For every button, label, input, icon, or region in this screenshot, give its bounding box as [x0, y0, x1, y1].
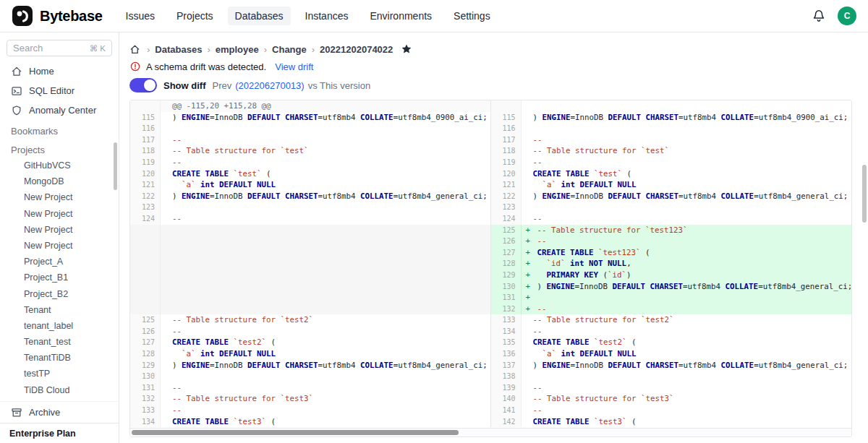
breadcrumb-item[interactable]: Databases: [155, 44, 202, 55]
diff-pad-line: [161, 292, 491, 304]
nav-item-databases[interactable]: Databases: [228, 7, 291, 25]
project-item[interactable]: GitHubVCS: [0, 158, 119, 173]
navbar-right: C: [812, 7, 856, 25]
diff-pad-line: [161, 304, 491, 315]
project-item[interactable]: TenantTiDB: [0, 350, 119, 366]
schema-drift-alert: A schema drift was detected. View drift: [129, 59, 852, 74]
diff-hscrollbar-thumb[interactable]: [132, 430, 459, 435]
diff-grid: @@ -115,20 +115,28 @@115) ENGINE=InnoDB …: [130, 100, 851, 428]
sidebar-item-sql-editor[interactable]: SQL Editor: [0, 81, 119, 100]
diff-line-number: 127: [130, 337, 161, 348]
diff-line-number: 119: [491, 157, 522, 168]
diff-line-number: 118: [491, 145, 522, 157]
avatar[interactable]: C: [838, 7, 856, 25]
project-item[interactable]: Tenant_test: [0, 334, 119, 350]
diff-code-line: CREATE TABLE `test` (: [161, 168, 491, 180]
diff-code-line: --: [161, 213, 491, 225]
sidebar-scrollbar-thumb[interactable]: [114, 142, 117, 190]
diff-line-number: 139: [491, 382, 522, 394]
diff-added-line: +-- Table structure for `test123`: [522, 225, 852, 236]
diff-plus-sign: +: [526, 225, 531, 236]
diff-pad-line: [161, 247, 491, 259]
diff-line-number: 117: [491, 134, 522, 146]
diff-line-number: 117: [130, 134, 161, 146]
breadcrumb-item[interactable]: employee: [216, 44, 259, 55]
diff-line-number: 115: [491, 112, 522, 124]
project-item[interactable]: New Project: [0, 189, 119, 205]
diff-code-line: `a` int DEFAULT NULL: [161, 179, 491, 191]
project-item[interactable]: TiDB Cloud: [0, 382, 119, 398]
project-item[interactable]: tenant_label: [0, 318, 119, 334]
diff-code-line: --: [522, 405, 852, 416]
diff-added-line: +: [522, 292, 852, 304]
bell-icon[interactable]: [812, 9, 826, 23]
breadcrumb-item[interactable]: 20221202074022: [320, 44, 393, 55]
diff-plus-sign: +: [526, 236, 531, 247]
diff-line-number: 131: [130, 382, 161, 394]
diff-line-number: 124: [491, 213, 522, 225]
diff-code-line: ) ENGINE=InnoDB DEFAULT CHARSET=utf8mb4 …: [161, 112, 491, 124]
diff-line-number: 123: [130, 202, 161, 213]
diff-line-number: 128: [491, 258, 522, 270]
sidebar-item-home[interactable]: Home: [0, 61, 119, 81]
star-icon[interactable]: [401, 43, 412, 55]
sidebar-section-bookmarks: Bookmarks: [0, 120, 119, 139]
diff-line-number: 130: [491, 281, 522, 293]
diff-code-line: ) ENGINE=InnoDB DEFAULT CHARSET=utf8mb4 …: [161, 360, 491, 371]
project-item[interactable]: New Project: [0, 238, 119, 254]
alert-text: A schema drift was detected.: [146, 61, 266, 72]
project-item[interactable]: testTP: [0, 366, 119, 382]
nav-item-instances[interactable]: Instances: [298, 7, 356, 25]
breadcrumb-separator: ›: [312, 44, 315, 55]
diff-code-line: --: [522, 326, 852, 337]
diff-horizontal-scrollbar: [130, 428, 851, 436]
page-scrollbar-thumb[interactable]: [862, 165, 867, 223]
nav-item-environments[interactable]: Environments: [362, 7, 439, 25]
diff-line-number: 120: [491, 168, 522, 180]
nav-item-projects[interactable]: Projects: [169, 7, 221, 25]
nav-item-issues[interactable]: Issues: [119, 7, 162, 25]
project-list: GitHubVCSMongoDBNew ProjectNew ProjectNe…: [0, 158, 119, 401]
project-item[interactable]: Project_A: [0, 254, 119, 270]
diff-code-line: `a` int DEFAULT NULL: [522, 179, 852, 191]
diff-pad-line: [161, 236, 491, 247]
diff-line-number: 128: [130, 348, 161, 360]
diff-line-number: 122: [130, 191, 161, 202]
diff-added-line: +CREATE TABLE `test123` (: [522, 247, 852, 259]
diff-added-line: +--: [522, 304, 852, 315]
project-item[interactable]: New Project: [0, 206, 119, 222]
sidebar-nav: HomeSQL EditorAnomaly Center: [0, 61, 119, 120]
shield-icon: [11, 105, 22, 116]
diff-line-number: 121: [491, 179, 522, 191]
diff-line-number: 125: [130, 314, 161, 326]
show-diff-toggle[interactable]: [129, 78, 157, 93]
diff-line-number: [130, 270, 161, 281]
diff-code-line: `a` int DEFAULT NULL: [161, 348, 491, 360]
nav-item-settings[interactable]: Settings: [446, 7, 498, 25]
diff-line-number: 126: [491, 236, 522, 247]
brand[interactable]: Bytebase: [12, 5, 103, 27]
diff-line-number: 126: [130, 326, 161, 337]
breadcrumb-item[interactable]: Change: [272, 44, 307, 55]
diff-line-number: 127: [491, 247, 522, 259]
diff-added-line: + `id` int NOT NULL,: [522, 258, 852, 270]
diff-line-number: [491, 100, 522, 112]
project-item[interactable]: New Project: [0, 222, 119, 238]
sidebar-item-anomaly-center[interactable]: Anomaly Center: [0, 100, 119, 120]
diff-added-line: + PRIMARY KEY (`id`): [522, 270, 852, 281]
project-item[interactable]: MongoDB: [0, 173, 119, 189]
project-item[interactable]: Project_B1: [0, 270, 119, 285]
project-item[interactable]: Tenant: [0, 302, 119, 318]
view-drift-link[interactable]: View drift: [275, 61, 313, 72]
home-icon[interactable]: [129, 44, 140, 55]
search-input[interactable]: Search ⌘ K: [7, 40, 112, 56]
project-item[interactable]: Project_B2: [0, 286, 119, 302]
diff-plus-sign: +: [526, 247, 531, 259]
diff-hunk-header: @@ -115,20 +115,28 @@: [161, 100, 491, 112]
diff-added-line: +) ENGINE=InnoDB DEFAULT CHARSET=utf8mb4…: [522, 281, 852, 293]
sidebar-item-archive[interactable]: Archive: [0, 401, 119, 423]
diff-panel: @@ -115,20 +115,28 @@115) ENGINE=InnoDB …: [129, 100, 852, 437]
prev-version-link[interactable]: (202206270013): [235, 80, 304, 91]
diff-code-line: CREATE TABLE `test3` (: [522, 416, 852, 428]
diff-pad-line: [161, 258, 491, 270]
